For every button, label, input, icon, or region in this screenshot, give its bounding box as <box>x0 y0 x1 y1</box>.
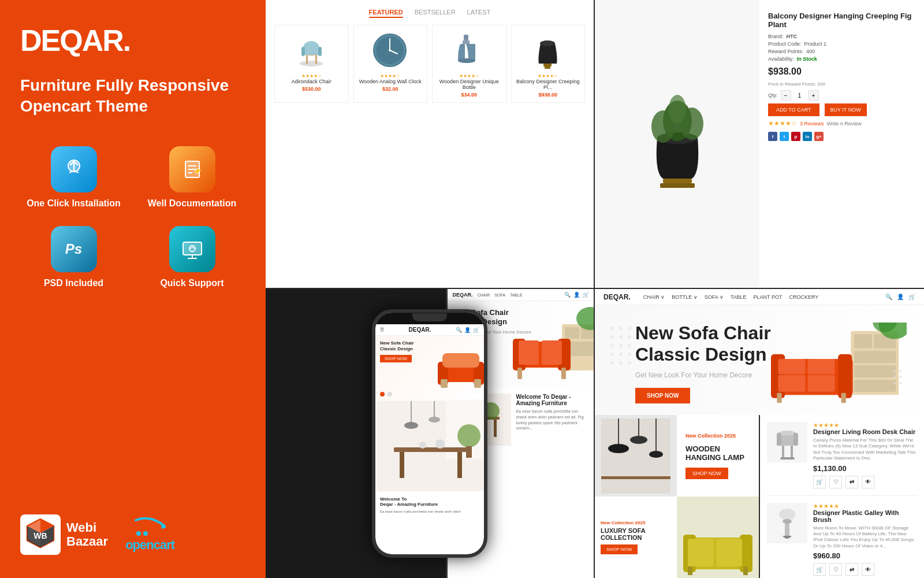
phone-screen: ☰ DEQAR. 🔍👤🛒 New Sofa ChairClassic Desig… <box>375 313 484 554</box>
sofa-section: New Collection 2025 LUXURY SOFA COLLECTI… <box>595 497 759 578</box>
search-icon[interactable]: 🔍 <box>885 294 892 300</box>
preview-top-left: FEATURED BESTSELLER LATEST <box>266 0 595 289</box>
svg-point-146 <box>649 451 663 458</box>
svg-point-31 <box>389 49 391 51</box>
product-stars: ★★★★☆ <box>437 73 501 79</box>
lamp-section: New Collection 2025 WOODEN HANGING LAMP … <box>595 415 759 497</box>
hero-sofa-main <box>771 323 907 427</box>
strip-left: New Collection 2025 WOODEN HANGING LAMP … <box>595 415 759 578</box>
add-cart-btn[interactable]: 🛒 <box>813 563 826 576</box>
svg-rect-165 <box>780 457 795 460</box>
googleplus-icon[interactable]: g+ <box>814 132 824 141</box>
svg-rect-72 <box>542 350 562 365</box>
svg-rect-21 <box>315 54 317 64</box>
svg-rect-65 <box>565 327 579 339</box>
hero-subtitle: Get New Look For Your Home Decore <box>635 371 771 379</box>
strip-right: ★★★★★ Designer Living Room Desk Chair Ca… <box>760 415 924 578</box>
wb-icon: WB <box>20 514 61 555</box>
product-name: Adirondack Chair <box>280 79 344 84</box>
qty-value: 1 <box>794 92 806 99</box>
phone-content-img <box>377 401 483 491</box>
svg-rect-32 <box>464 35 468 40</box>
write-review-link[interactable]: Write A Review <box>827 121 862 127</box>
svg-point-144 <box>630 436 647 444</box>
svg-rect-54 <box>400 452 404 478</box>
phone-sofa-img <box>438 336 484 399</box>
product-thumb <box>767 422 807 462</box>
product-card: ★★★★☆ Wooden Analog Wall Clock $32.00 <box>353 25 428 103</box>
svg-rect-75 <box>517 368 522 379</box>
desktop-nav-logo: DEQAR. <box>452 292 472 298</box>
quickview-btn[interactable]: 👁 <box>862 476 874 488</box>
product-stars: ★★★★★ <box>813 422 917 428</box>
svg-rect-76 <box>561 368 566 379</box>
clock-img <box>371 32 409 69</box>
compare-btn[interactable]: ⇄ <box>845 563 858 576</box>
bottom-strip: New Collection 2025 WOODEN HANGING LAMP … <box>595 415 924 578</box>
desktop-nav-icons: 🔍👤🛒 <box>564 292 589 298</box>
tab-featured[interactable]: FEATURED <box>369 9 403 18</box>
linkedin-icon[interactable]: in <box>803 132 812 141</box>
product-stars: ★★★★☆ <box>516 73 580 79</box>
qty-plus-btn[interactable]: + <box>808 90 819 101</box>
desktop-nav-item: CHAIR <box>477 293 490 297</box>
svg-rect-104 <box>854 380 896 392</box>
tab-latest[interactable]: LATEST <box>467 9 491 18</box>
product-price: $34.00 <box>437 92 501 98</box>
hero-shop-btn[interactable]: SHOP NOW <box>635 388 690 403</box>
facebook-icon[interactable]: f <box>768 132 777 141</box>
product-row: ★★★★★ Designer Plastic Galley With Brush… <box>767 503 917 576</box>
quickview-btn[interactable]: 👁 <box>862 563 874 576</box>
cart-icon[interactable]: 🛒 <box>908 294 915 300</box>
twitter-icon[interactable]: t <box>780 132 789 141</box>
buy-now-btn[interactable]: BUY IT NOW <box>825 103 867 116</box>
wishlist-btn[interactable]: ♡ <box>829 563 842 576</box>
svg-point-56 <box>419 442 426 449</box>
svg-rect-113 <box>808 375 835 392</box>
svg-point-18 <box>143 531 148 536</box>
preview-tabs: FEATURED BESTSELLER LATEST <box>274 9 585 18</box>
product-title: Designer Plastic Galley With Brush <box>813 509 917 523</box>
qty-minus-btn[interactable]: − <box>781 90 791 101</box>
preview-top-right: Balcony Designer Hanging Creeping Fig Pl… <box>595 0 924 289</box>
svg-point-121 <box>900 381 902 384</box>
wishlist-btn[interactable]: ♡ <box>829 476 842 488</box>
reward-row: Reward Points: 400 <box>768 49 915 54</box>
svg-rect-73 <box>519 340 539 352</box>
pinterest-icon[interactable]: p <box>791 132 800 141</box>
svg-rect-102 <box>854 351 896 363</box>
nav-bottle[interactable]: BOTTLE ∨ <box>672 294 698 300</box>
svg-point-17 <box>136 531 141 536</box>
social-icons: f t p in g+ <box>768 132 915 141</box>
reviews-link[interactable]: 3 Reviews <box>800 121 824 127</box>
nav-table[interactable]: TABLE <box>731 294 747 300</box>
phone-shop-btn[interactable]: SHOP NOW <box>380 355 412 362</box>
add-cart-btn[interactable]: 🛒 <box>813 476 826 488</box>
svg-rect-147 <box>601 476 670 479</box>
nav-chair[interactable]: CHAIR ∨ <box>643 294 665 300</box>
sofa-shop-btn[interactable]: SHOP NOW <box>601 544 638 554</box>
product-desc: More Room To Move. WITH 30GB OF Storage … <box>813 525 917 550</box>
svg-rect-26 <box>318 47 322 56</box>
nav-sofa[interactable]: SOFA ∨ <box>705 294 724 300</box>
nav-plantpot[interactable]: PLANT POT <box>754 294 783 300</box>
lamp-shop-btn[interactable]: SHOP NOW <box>685 468 728 479</box>
phone-mockup: ☰ DEQAR. 🔍👤🛒 New Sofa ChairClassic Desig… <box>372 309 487 558</box>
hero-nav: DEQAR. CHAIR ∨ BOTTLE ∨ SOFA ∨ TABLE PLA… <box>595 289 924 305</box>
account-icon[interactable]: 👤 <box>897 294 904 300</box>
nav-crockery[interactable]: CROCKERY <box>789 294 818 300</box>
qty-control: Qty: − 1 + <box>768 90 915 101</box>
add-to-cart-btn[interactable]: ADD TO CART <box>768 103 819 116</box>
product-card: ★★★★☆ Balcony Designer Creeping Pl... $9… <box>511 25 586 103</box>
svg-rect-110 <box>778 359 805 374</box>
preview-bottom-left: ☰ DEQAR. 🔍👤🛒 New Sofa ChairClassic Desig… <box>266 289 595 578</box>
tab-bestseller[interactable]: BESTSELLER <box>415 9 456 18</box>
welcome-text-block: Welcome To Deqar - Amazing Furniture Ea … <box>516 394 588 555</box>
compare-btn[interactable]: ⇄ <box>845 476 858 488</box>
hero-title: New Sofa ChairClassic Design <box>635 323 771 365</box>
product-row: ★★★★★ Designer Living Room Desk Chair Ca… <box>767 422 917 488</box>
chair-img <box>296 32 327 69</box>
one-click-icon <box>51 146 97 192</box>
svg-rect-24 <box>303 48 319 55</box>
brand-row: Brand: HTC <box>768 34 915 39</box>
